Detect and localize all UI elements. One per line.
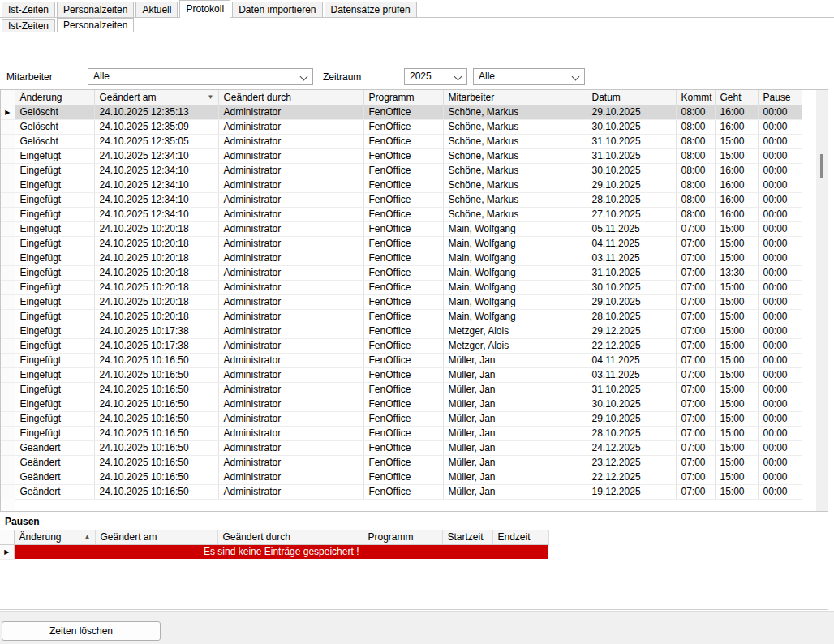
cell[interactable]: 07:00 <box>676 440 715 455</box>
cell[interactable]: 15:00 <box>715 280 758 294</box>
cell[interactable]: 07:00 <box>676 309 715 324</box>
table-row[interactable]: Geändert24.10.2025 10:16:50Administrator… <box>1 484 802 499</box>
cell[interactable]: Geändert <box>15 455 94 470</box>
cell[interactable]: 00:00 <box>758 119 802 134</box>
cell[interactable]: 15:00 <box>715 294 758 309</box>
table-row[interactable]: Eingefügt24.10.2025 12:34:10Administrato… <box>1 207 802 221</box>
cell[interactable]: 00:00 <box>758 207 802 221</box>
cell[interactable]: 24.10.2025 10:16:50 <box>94 353 218 367</box>
cell[interactable]: 07:00 <box>676 251 715 265</box>
table-row[interactable]: Gelöscht24.10.2025 12:35:05Administrator… <box>1 134 802 148</box>
cell[interactable]: 24.10.2025 10:20:18 <box>94 280 218 294</box>
cell[interactable]: Schöne, Markus <box>443 134 587 148</box>
column-header-geändert-am[interactable]: Geändert am <box>95 530 217 544</box>
cell[interactable]: 31.10.2025 <box>587 382 676 397</box>
cell[interactable]: FenOffice <box>363 119 443 134</box>
cell[interactable]: 00:00 <box>758 280 802 294</box>
cell[interactable]: 07:00 <box>676 382 715 397</box>
cell[interactable]: 24.10.2025 12:34:10 <box>94 148 218 163</box>
cell[interactable]: Eingefügt <box>15 163 94 178</box>
cell[interactable]: Müller, Jan <box>443 382 587 397</box>
cell[interactable]: Administrator <box>218 324 363 338</box>
cell[interactable]: FenOffice <box>363 470 443 484</box>
cell[interactable]: Müller, Jan <box>443 426 587 440</box>
table-row[interactable]: Eingefügt24.10.2025 10:20:18Administrato… <box>1 265 802 280</box>
cell[interactable]: Schöne, Markus <box>443 148 587 163</box>
cell[interactable]: 03.11.2025 <box>587 251 676 265</box>
row-selector[interactable] <box>1 148 15 163</box>
cell[interactable]: FenOffice <box>363 105 443 119</box>
cell[interactable]: 05.11.2025 <box>587 221 676 236</box>
cell[interactable]: 24.10.2025 10:16:50 <box>94 411 218 426</box>
cell[interactable]: 07:00 <box>676 353 715 367</box>
cell[interactable]: 00:00 <box>758 163 802 178</box>
cell[interactable]: Eingefügt <box>15 148 94 163</box>
column-header-startzeit[interactable]: Startzeit <box>442 530 492 544</box>
cell[interactable]: 24.12.2025 <box>587 440 676 455</box>
cell[interactable]: Administrator <box>218 207 363 221</box>
row-selector[interactable] <box>1 134 15 148</box>
cell[interactable]: 08:00 <box>676 178 715 192</box>
column-header-geändert-durch[interactable]: Geändert durch <box>218 90 363 105</box>
cell[interactable]: FenOffice <box>363 440 443 455</box>
cell[interactable]: Eingefügt <box>15 397 94 411</box>
cell[interactable]: 08:00 <box>676 148 715 163</box>
cell[interactable]: 00:00 <box>758 338 802 353</box>
cell[interactable]: 00:00 <box>758 470 802 484</box>
column-header-geändert-am[interactable]: Geändert am▼ <box>94 90 218 105</box>
cell[interactable]: FenOffice <box>363 367 443 382</box>
row-selector[interactable] <box>1 367 15 382</box>
cell[interactable]: 24.10.2025 10:16:50 <box>94 426 218 440</box>
cell[interactable]: 16:00 <box>715 192 758 207</box>
cell[interactable]: Metzger, Alois <box>443 338 587 353</box>
cell[interactable]: 00:00 <box>758 324 802 338</box>
table-row[interactable]: Eingefügt24.10.2025 10:20:18Administrato… <box>1 309 802 324</box>
cell[interactable]: Administrator <box>218 440 363 455</box>
vertical-scrollbar[interactable] <box>816 90 828 511</box>
cell[interactable]: Administrator <box>218 265 363 280</box>
row-selector[interactable] <box>1 221 15 236</box>
row-selector[interactable] <box>1 265 15 280</box>
cell[interactable]: 29.12.2025 <box>587 324 676 338</box>
cell[interactable]: FenOffice <box>363 353 443 367</box>
cell[interactable]: 15:00 <box>715 470 758 484</box>
cell[interactable]: 22.12.2025 <box>587 338 676 353</box>
cell[interactable]: 23.12.2025 <box>587 455 676 470</box>
tab-datensaetze-pruefen[interactable]: Datensätze prüfen <box>325 2 417 17</box>
table-row[interactable]: Eingefügt24.10.2025 10:20:18Administrato… <box>1 221 802 236</box>
cell[interactable]: 15:00 <box>715 426 758 440</box>
cell[interactable]: 24.10.2025 10:16:50 <box>94 455 218 470</box>
cell[interactable]: 29.10.2025 <box>587 294 676 309</box>
column-header-mitarbeiter[interactable]: Mitarbeiter <box>443 90 587 105</box>
cell[interactable]: Main, Wolfgang <box>443 251 587 265</box>
row-selector[interactable] <box>1 236 15 251</box>
cell[interactable]: Müller, Jan <box>443 411 587 426</box>
cell[interactable]: Eingefügt <box>15 353 94 367</box>
table-row[interactable]: Geändert24.10.2025 10:16:50Administrator… <box>1 470 802 484</box>
cell[interactable]: 29.10.2025 <box>587 105 676 119</box>
cell[interactable]: Müller, Jan <box>443 470 587 484</box>
cell[interactable]: FenOffice <box>363 484 443 499</box>
cell[interactable]: 24.10.2025 10:16:50 <box>94 484 218 499</box>
row-selector[interactable] <box>1 163 15 178</box>
column-header-kommt[interactable]: Kommt <box>676 90 715 105</box>
cell[interactable]: 08:00 <box>676 134 715 148</box>
cell[interactable]: 15:00 <box>715 309 758 324</box>
cell[interactable]: 00:00 <box>758 309 802 324</box>
cell[interactable]: 04.11.2025 <box>587 236 676 251</box>
cell[interactable]: 24.10.2025 10:17:38 <box>94 338 218 353</box>
tab-aktuell[interactable]: Aktuell <box>135 2 178 17</box>
zeiten-loeschen-button[interactable]: Zeiten löschen <box>2 621 161 641</box>
cell[interactable]: 24.10.2025 12:35:09 <box>94 119 218 134</box>
cell[interactable]: Müller, Jan <box>443 367 587 382</box>
cell[interactable]: 24.10.2025 10:17:38 <box>94 324 218 338</box>
cell[interactable]: Main, Wolfgang <box>443 294 587 309</box>
cell[interactable]: FenOffice <box>363 134 443 148</box>
cell[interactable]: 15:00 <box>715 397 758 411</box>
row-selector[interactable] <box>1 484 15 499</box>
cell[interactable]: Eingefügt <box>15 382 94 397</box>
cell[interactable]: 07:00 <box>676 294 715 309</box>
cell[interactable]: 31.10.2025 <box>587 265 676 280</box>
cell[interactable]: Administrator <box>218 397 363 411</box>
cell[interactable]: 00:00 <box>758 265 802 280</box>
